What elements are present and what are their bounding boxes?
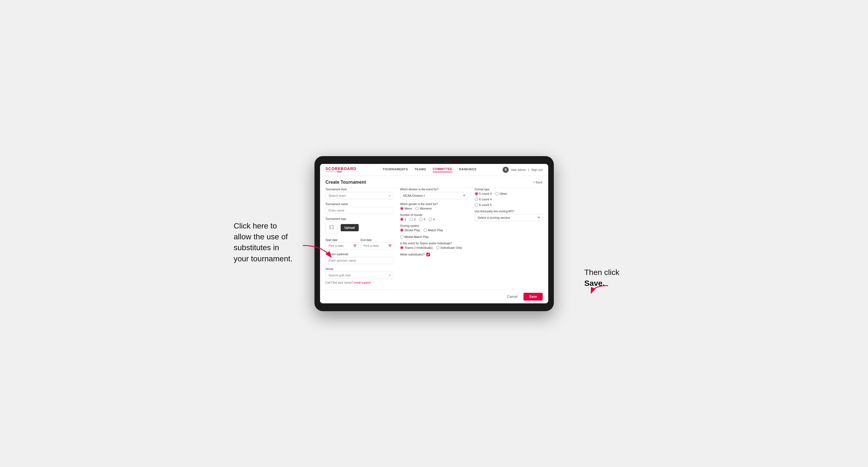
scoring-medal-radio[interactable] (400, 235, 404, 239)
event-type-group: Is this event for Teams and/or Individua… (400, 242, 468, 249)
rounds-3-radio[interactable] (419, 218, 423, 221)
format-6c5-label: 6 count 5 (479, 203, 492, 207)
save-button[interactable]: Save (524, 293, 542, 301)
api-group: Use third-party live scoring API? Select… (475, 210, 543, 221)
scoring-medal-label: Medal Match Play (405, 235, 429, 239)
scoring-match-option[interactable]: Match Play (424, 228, 443, 232)
venue-dropdown-icon: ▼ (389, 274, 391, 277)
substitutes-checkbox[interactable] (426, 253, 430, 256)
event-teams-label: Teams (+Individuals) (405, 246, 433, 249)
event-type-label: Is this event for Teams and/or Individua… (400, 242, 468, 245)
format-5c4-radio[interactable] (475, 192, 478, 195)
format-other-radio[interactable] (495, 192, 498, 195)
rounds-4-radio[interactable] (429, 218, 432, 221)
nav-rankings[interactable]: RANKINGS (459, 167, 476, 172)
tournament-host-group: Tournament Host ▼ (326, 188, 394, 199)
date-row: Start date 📅 End date 📅 (326, 237, 394, 249)
rounds-3-option[interactable]: 3 (419, 218, 425, 221)
api-select[interactable]: Select a scoring service (475, 214, 543, 221)
scoring-stroke-label: Stroke Play (405, 228, 420, 232)
rounds-2-option[interactable]: 2 (410, 218, 416, 221)
action-bar: Cancel Save (320, 290, 548, 303)
tournament-host-input[interactable] (326, 192, 394, 199)
nav-user: B blair admin | Sign out (503, 167, 542, 173)
division-label: Which division is the event for? (400, 188, 468, 191)
scoring-match-label: Match Play (428, 228, 443, 232)
gender-mens-option[interactable]: Mens (400, 207, 412, 210)
nav-teams[interactable]: TEAMS (415, 167, 426, 172)
nav-committee[interactable]: COMMITTEE (433, 167, 453, 172)
page-wrapper: Click here to allow the use of substitut… (239, 156, 629, 311)
nav-logo: SCOREBOARD Powered by clippd (326, 167, 356, 173)
gender-womens-option[interactable]: Womens (415, 207, 432, 210)
gender-mens-radio[interactable] (400, 207, 404, 210)
venue-input[interactable] (326, 272, 394, 279)
scoring-match-radio[interactable] (424, 228, 427, 232)
rounds-2-radio[interactable] (410, 218, 413, 221)
tournament-name-input[interactable] (326, 207, 394, 214)
tournament-logo-label: Tournament logo (326, 217, 394, 220)
event-type-radio-group: Teams (+Individuals) Individuals Only (400, 246, 468, 249)
back-button[interactable]: < Back (533, 181, 543, 184)
event-teams-option[interactable]: Teams (+Individuals) (400, 246, 433, 249)
venue-footer: Can't find your venue? email support (326, 281, 394, 284)
scoring-group: Scoring system Stroke Play Match Play (400, 224, 468, 239)
substitutes-option[interactable]: Allow substitutes? (400, 253, 468, 256)
cancel-button[interactable]: Cancel (504, 293, 521, 300)
rounds-1-radio[interactable] (400, 218, 404, 221)
scoring-stroke-radio[interactable] (400, 228, 404, 232)
venue-email-link[interactable]: email support (354, 281, 371, 284)
form-col-3: Format type 5 count 4 Other (475, 188, 543, 284)
rounds-4-option[interactable]: 4 (429, 218, 435, 221)
nav-tournaments[interactable]: TOURNAMENTS (383, 167, 408, 172)
end-date-calendar-icon: 📅 (388, 244, 392, 247)
scoring-radio-group: Stroke Play Match Play Medal Match Play (400, 228, 468, 239)
gender-label: Which gender is the event for? (400, 203, 468, 206)
logo-scoreboard: SCOREBOARD (326, 167, 356, 170)
format-6c4-option[interactable]: 6 count 4 (475, 197, 492, 201)
start-date-calendar-icon: 📅 (353, 244, 356, 247)
sponsor-input[interactable] (326, 257, 394, 264)
logo-placeholder-icon: ⛾ (326, 221, 338, 234)
tournament-name-label: Tournament name (326, 203, 394, 206)
api-label: Use third-party live scoring API? (475, 210, 543, 213)
format-5c4-label: 5 count 4 (479, 192, 492, 195)
form-col-2: Which division is the event for? NCAA Di… (400, 188, 468, 284)
logo-upload-area: ⛾ Upload (326, 221, 394, 234)
upload-button[interactable]: Upload (341, 224, 359, 231)
rounds-4-label: 4 (433, 218, 435, 221)
format-options: 5 count 4 Other 6 count 4 (475, 192, 543, 207)
format-row-3: 6 count 5 (475, 203, 543, 207)
event-individuals-option[interactable]: Individuals Only (436, 246, 462, 249)
end-date-group: End date 📅 (361, 237, 394, 249)
format-5c4-option[interactable]: 5 count 4 (475, 192, 492, 195)
nav-sign-out[interactable]: Sign out (531, 168, 542, 172)
event-individuals-radio[interactable] (436, 246, 439, 249)
end-date-label: End date (361, 239, 372, 242)
nav-avatar: B (503, 167, 509, 173)
format-row-1: 5 count 4 Other (475, 192, 543, 195)
form-body: Tournament Host ▼ Tournament name Tourna… (320, 188, 548, 290)
substitutes-group: Allow substitutes? (400, 253, 468, 256)
format-other-option[interactable]: Other (495, 192, 507, 195)
scoring-stroke-option[interactable]: Stroke Play (400, 228, 420, 232)
gender-womens-label: Womens (420, 207, 432, 210)
gender-mens-label: Mens (405, 207, 412, 210)
annotation-left: Click here to allow the use of substitut… (234, 220, 295, 264)
tablet-device: SCOREBOARD Powered by clippd TOURNAMENTS… (314, 156, 554, 311)
venue-label: Venue (326, 268, 394, 271)
format-6c5-radio[interactable] (475, 203, 478, 207)
scoring-medal-option[interactable]: Medal Match Play (400, 235, 429, 239)
format-6c5-option[interactable]: 6 count 5 (475, 203, 492, 207)
start-date-group: Start date 📅 (326, 237, 359, 249)
start-date-label: Start date (326, 239, 338, 242)
division-group: Which division is the event for? NCAA Di… (400, 188, 468, 199)
date-group: Start date 📅 End date 📅 (326, 237, 394, 249)
format-6c4-radio[interactable] (475, 197, 478, 201)
format-label: Format type (475, 188, 543, 191)
rounds-1-option[interactable]: 1 (400, 218, 406, 221)
format-row-2: 6 count 4 (475, 197, 543, 201)
division-select[interactable]: NCAA Division I (400, 192, 468, 199)
event-teams-radio[interactable] (400, 246, 404, 249)
gender-womens-radio[interactable] (415, 207, 418, 210)
